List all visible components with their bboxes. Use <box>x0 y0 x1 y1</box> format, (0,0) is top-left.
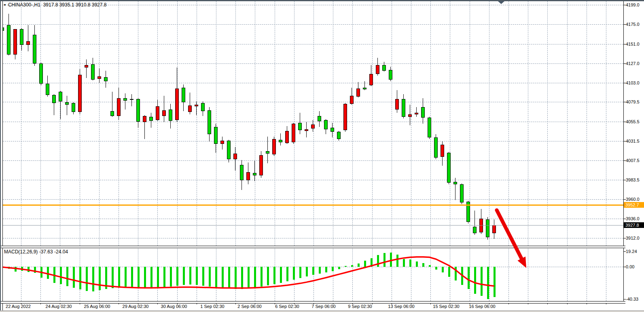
horizontal-gridline <box>3 83 623 83</box>
candlestick <box>292 124 295 142</box>
candlestick <box>266 151 269 154</box>
vertical-gridline <box>587 1 587 246</box>
candlestick <box>201 103 205 111</box>
current-price-line <box>3 225 623 226</box>
candle-wick <box>416 107 417 117</box>
time-axis-label: 6 Sep 02:30 <box>267 304 307 309</box>
candlestick <box>149 117 153 121</box>
vertical-gridline <box>547 1 548 246</box>
vertical-gridline <box>372 1 373 246</box>
price-axis-label: 3912.0 <box>626 235 644 241</box>
horizontal-gridline <box>3 180 623 180</box>
chart-title: ▼CHINA300-,H1 3917.8 3935.1 3910.8 3927.… <box>3 2 106 8</box>
price-axis-label: 3960.0 <box>626 196 644 202</box>
vertical-gridline <box>508 1 509 246</box>
vertical-gridline <box>197 1 197 246</box>
candlestick <box>123 98 127 101</box>
candlestick <box>486 219 489 237</box>
candlestick <box>492 225 496 233</box>
pane-separator-bottom[interactable] <box>0 301 625 304</box>
horizontal-gridline <box>3 122 623 122</box>
horizontal-gridline <box>3 219 623 219</box>
window-top-border <box>0 0 644 1</box>
candle-wick <box>455 178 455 200</box>
vertical-gridline <box>606 1 606 246</box>
candle-wick <box>164 96 164 122</box>
macd-axis-label: 0.00 <box>626 264 644 270</box>
candlestick <box>350 96 354 104</box>
price-axis-label: 4199.0 <box>626 2 644 8</box>
candlestick <box>434 137 438 158</box>
ohlc-values: 3917.8 3935.1 3910.8 3927.8 <box>43 2 107 8</box>
horizontal-gridline <box>3 238 623 238</box>
candle-wick <box>125 93 125 110</box>
horizontal-gridline <box>3 160 623 161</box>
candlestick <box>214 127 218 144</box>
candlestick <box>376 65 379 74</box>
candlestick <box>117 98 121 116</box>
horizontal-gridline <box>3 44 623 44</box>
candlestick <box>143 116 146 122</box>
vertical-gridline <box>80 1 80 246</box>
price-axis-label: 4127.0 <box>626 61 644 66</box>
vertical-gridline <box>352 1 353 246</box>
candlestick <box>415 113 418 114</box>
vertical-gridline <box>314 1 314 246</box>
candlestick <box>13 29 17 54</box>
candlestick <box>253 173 256 175</box>
candlestick <box>330 128 334 132</box>
candlestick <box>324 120 328 129</box>
time-axis-label: 9 Sep 02:30 <box>340 304 380 309</box>
dropdown-icon[interactable]: ▼ <box>3 3 6 7</box>
time-axis-label: 30 Aug 06:00 <box>154 304 194 309</box>
candlestick <box>65 102 69 105</box>
candlestick <box>441 145 444 157</box>
candlestick <box>188 105 192 112</box>
time-axis-label: 25 Aug 06:00 <box>77 304 117 309</box>
candlestick <box>136 99 140 122</box>
candlestick <box>20 29 23 44</box>
price-axis-label: 3983.5 <box>626 177 644 183</box>
macd-pane[interactable] <box>2 247 624 301</box>
candlestick <box>104 77 108 81</box>
candlestick <box>382 65 386 71</box>
candlestick <box>311 124 315 129</box>
candlestick <box>421 107 425 118</box>
candlestick <box>97 76 101 79</box>
candlestick <box>7 25 11 54</box>
candlestick <box>447 153 451 183</box>
candle-wick <box>254 161 255 181</box>
candlestick <box>78 75 82 112</box>
pane-separator[interactable] <box>0 246 625 248</box>
candlestick <box>453 182 457 184</box>
candlestick <box>227 141 231 159</box>
time-axis-label: 24 Aug 02:30 <box>38 304 79 309</box>
candlestick <box>110 111 114 116</box>
vertical-gridline <box>275 1 275 246</box>
candle-wick <box>267 137 268 163</box>
candlestick <box>363 88 366 89</box>
orange-level-line[interactable] <box>3 204 623 206</box>
window-left-border <box>0 0 1 310</box>
candlestick <box>59 92 62 101</box>
candlestick <box>279 140 282 142</box>
horizontal-gridline <box>3 24 623 25</box>
vertical-gridline <box>216 1 216 246</box>
candlestick <box>337 132 341 139</box>
vertical-gridline <box>450 1 450 246</box>
macd-axis-label: -40.33 <box>626 296 644 302</box>
vertical-gridline <box>99 1 100 246</box>
candlestick <box>233 154 237 159</box>
time-axis-label: 22 Aug 2022 <box>2 304 38 309</box>
candlestick <box>395 99 399 110</box>
price-pane[interactable] <box>2 1 624 246</box>
candlestick <box>130 99 133 100</box>
candlestick <box>305 129 308 131</box>
candlestick <box>428 118 431 137</box>
orange-price-flag: 3952.7 <box>624 202 644 208</box>
vertical-gridline <box>119 1 119 246</box>
horizontal-gridline <box>3 141 623 141</box>
macd-signal-line <box>3 247 623 301</box>
candlestick <box>2 27 4 31</box>
vertical-gridline <box>235 1 236 246</box>
